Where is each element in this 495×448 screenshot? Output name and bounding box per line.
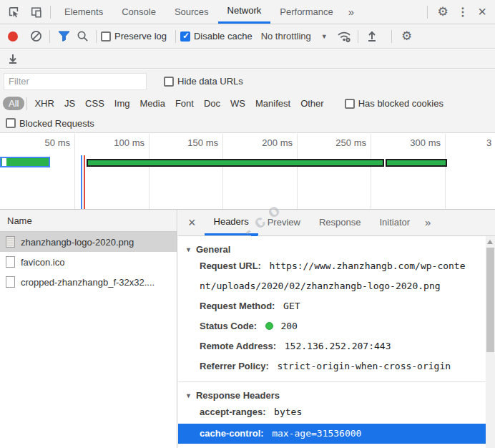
type-filter-img[interactable]: Img <box>109 98 135 109</box>
divider <box>49 30 50 43</box>
accept-ranges-row[interactable]: accept-ranges: bytes <box>178 402 486 422</box>
kebab-menu-icon[interactable]: ⋮ <box>454 5 472 19</box>
status-ok-icon <box>265 322 273 330</box>
header-value: nt/uploads/2020/02/zhanzhangb-logo-2020.… <box>200 281 441 291</box>
header-name: Status Code: <box>200 321 257 331</box>
divider <box>358 30 358 43</box>
blocked-requests-checkbox[interactable] <box>6 118 16 128</box>
tick-label: 300 ms <box>391 137 441 148</box>
record-button[interactable] <box>8 31 18 42</box>
disable-cache-checkbox[interactable] <box>180 31 190 42</box>
header-name: Remote Address: <box>200 341 276 351</box>
blocked-requests-row: Blocked Requests <box>0 114 495 133</box>
remote-address-row: Remote Address: 152.136.252.207:443 <box>178 336 486 356</box>
scrollbar[interactable] <box>486 236 495 448</box>
image-thumbnail-icon <box>6 236 15 248</box>
throttling-select[interactable]: No throttling <box>261 31 311 42</box>
type-filter-xhr[interactable]: XHR <box>29 98 59 109</box>
download-icon[interactable] <box>4 49 22 68</box>
request-name: zhanzhangb-logo-2020.png <box>21 237 134 248</box>
tab-console[interactable]: Console <box>112 0 165 24</box>
devtools-window: Elements Console Sources Network Perform… <box>0 0 495 448</box>
network-toolbar: Preserve log Disable cache No throttling… <box>0 24 495 49</box>
tab-network[interactable]: Network <box>218 0 271 24</box>
hide-data-urls-label: Hide data URLs <box>177 76 243 87</box>
general-section-header[interactable]: ▼ General <box>178 236 486 256</box>
type-filter-manifest[interactable]: Manifest <box>250 98 295 109</box>
tick-label: 250 ms <box>316 137 366 148</box>
tick-label: 200 ms <box>242 137 293 148</box>
filter-funnel-icon[interactable] <box>54 27 73 46</box>
more-tabs-icon[interactable]: » <box>343 0 360 24</box>
close-devtools-icon[interactable]: × <box>472 4 492 20</box>
import-har-icon[interactable] <box>363 27 381 46</box>
tab-headers[interactable]: Headers <box>205 210 258 235</box>
type-filter-js[interactable]: JS <box>59 98 80 109</box>
tab-initiator[interactable]: Initiator <box>370 210 419 235</box>
preserve-log-label: Preserve log <box>114 31 167 42</box>
header-name: Request Method: <box>200 301 275 311</box>
disable-cache-label: Disable cache <box>194 31 253 42</box>
waterfall-bar-queueing <box>2 158 6 166</box>
resource-type-filters: All XHR JS CSS Img Media Font Doc WS Man… <box>0 93 495 114</box>
tab-sources[interactable]: Sources <box>165 0 218 24</box>
filter-input[interactable] <box>4 73 147 90</box>
device-toolbar-icon[interactable] <box>27 3 46 21</box>
clear-icon[interactable] <box>26 27 45 46</box>
tab-response[interactable]: Response <box>310 210 371 235</box>
table-row[interactable]: cropped-zhanzhangb_f-32x32.... <box>0 272 177 292</box>
header-name: accept-ranges: <box>200 406 265 417</box>
settings-gear-icon[interactable]: ⚙ <box>432 4 454 19</box>
type-filter-media[interactable]: Media <box>134 98 170 109</box>
tab-elements[interactable]: Elements <box>55 0 112 24</box>
tick-label: 50 ms <box>20 137 70 148</box>
section-title: General <box>196 244 230 255</box>
type-filter-css[interactable]: CSS <box>80 98 109 109</box>
more-detail-tabs-icon[interactable]: » <box>419 210 436 235</box>
gridline <box>74 134 75 209</box>
type-filter-font[interactable]: Font <box>170 98 199 109</box>
gridline <box>445 134 446 209</box>
has-blocked-cookies-checkbox[interactable] <box>345 99 355 109</box>
network-settings-gear-icon[interactable]: ⚙ <box>396 29 418 44</box>
triangle-down-icon: ▼ <box>185 246 192 253</box>
network-conditions-icon[interactable] <box>335 27 353 46</box>
type-filter-doc[interactable]: Doc <box>199 98 225 109</box>
preserve-log-checkbox[interactable] <box>101 31 111 42</box>
divider <box>391 30 392 43</box>
inspect-element-icon[interactable] <box>4 3 23 21</box>
header-value: strict-origin-when-cross-origin <box>277 361 451 371</box>
timeline-overview[interactable]: 50 ms 100 ms 150 ms 200 ms 250 ms 300 ms… <box>0 134 495 210</box>
tab-preview[interactable]: Preview <box>258 210 310 235</box>
header-value: max-age=31536000 <box>272 428 361 439</box>
type-filter-all[interactable]: All <box>3 97 24 110</box>
response-headers-section-header[interactable]: ▼ Response Headers <box>178 382 486 402</box>
request-name: cropped-zhanzhangb_f-32x32.... <box>21 277 155 288</box>
type-filter-other[interactable]: Other <box>295 98 329 109</box>
requests-table: Name zhanzhangb-logo-2020.png favicon.ic… <box>0 210 177 448</box>
has-blocked-cookies-label: Has blocked cookies <box>358 98 443 109</box>
status-code-row: Status Code: 200 <box>178 316 486 336</box>
header-value: https://www.zhanzhangb.com/wp-conte <box>270 260 466 271</box>
divider <box>175 30 176 43</box>
hide-data-urls-checkbox[interactable] <box>164 77 174 87</box>
scrollbar-up-icon[interactable] <box>487 240 493 244</box>
cache-control-row-selected[interactable]: cache-control: max-age=31536000 <box>178 424 486 444</box>
table-row[interactable]: zhanzhangb-logo-2020.png <box>0 232 177 252</box>
scrollbar-thumb[interactable] <box>486 248 494 352</box>
tab-performance[interactable]: Performance <box>270 0 342 24</box>
details-tabbar: × Headers Preview Response Initiator » <box>178 210 495 236</box>
close-details-icon[interactable]: × <box>178 215 205 230</box>
load-event-line <box>84 155 85 209</box>
chevron-down-icon[interactable]: ▼ <box>321 33 328 40</box>
waterfall-bar <box>87 159 384 167</box>
blocked-requests-label: Blocked Requests <box>19 118 94 129</box>
name-column-header[interactable]: Name <box>0 210 177 232</box>
type-filter-ws[interactable]: WS <box>225 98 250 109</box>
table-row[interactable]: favicon.ico <box>0 252 177 272</box>
header-value: bytes <box>274 406 302 417</box>
tabbar-right-icons: ⚙ ⋮ × <box>423 4 492 20</box>
request-url-row: Request URL: https://www.zhanzhangb.com/… <box>178 256 486 296</box>
search-icon[interactable] <box>73 27 92 46</box>
filter-row: Hide data URLs <box>0 69 495 93</box>
